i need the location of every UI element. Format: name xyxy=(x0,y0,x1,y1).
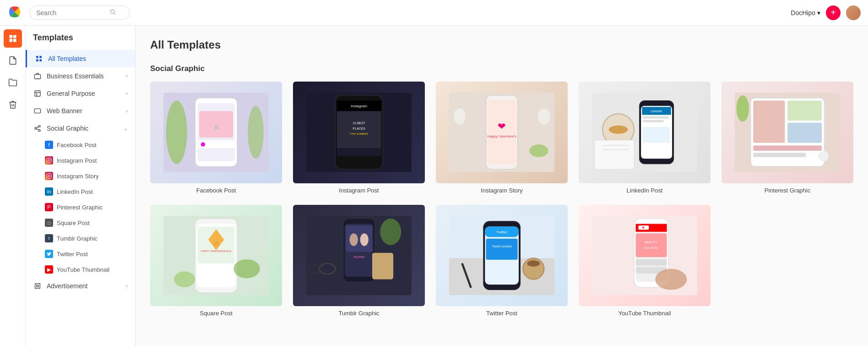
svg-point-23 xyxy=(50,159,50,159)
sidebar-item-square-post-label: Square Post xyxy=(57,220,90,226)
sidebar-item-instagram-story[interactable]: Instagram Story xyxy=(26,168,135,184)
add-button[interactable]: + xyxy=(826,5,841,20)
sidebar: Templates All Templates Business Essenti… xyxy=(26,26,136,346)
section-title-social-graphic: Social Graphic xyxy=(150,64,853,73)
svg-point-1 xyxy=(110,10,114,13)
svg-text:THIS SUMMER: THIS SUMMER xyxy=(350,133,368,136)
sidebar-item-linkedin-post[interactable]: in LinkedIn Post xyxy=(26,184,135,199)
linkedin-icon: in xyxy=(45,187,53,196)
card-image-tumblr-graphic: Fashion xyxy=(293,205,425,307)
sidebar-item-instagram-story-label: Instagram Story xyxy=(57,173,99,180)
svg-rect-45 xyxy=(337,156,381,164)
facebook-icon: f xyxy=(45,141,53,149)
svg-rect-21 xyxy=(47,158,51,163)
svg-rect-30 xyxy=(199,111,233,138)
card-instagram-post[interactable]: Instagram 10 BEST PLACES THIS SUMMER Ins… xyxy=(293,82,425,194)
sidebar-item-general-purpose[interactable]: General Purpose › xyxy=(26,85,135,102)
svg-text:Instagram: Instagram xyxy=(351,104,367,109)
svg-line-19 xyxy=(37,129,39,130)
header-right: DocHipo ▾ + xyxy=(791,5,861,20)
card-image-square-post: 15 HAPPY INDEPENDENCE xyxy=(150,205,282,307)
icon-strip-files[interactable] xyxy=(4,73,22,92)
card-label-square-post: Square Post xyxy=(150,310,282,317)
svg-point-35 xyxy=(248,106,264,159)
card-facebook-post[interactable]: 🐰 Facebook Post xyxy=(150,82,282,194)
logo[interactable] xyxy=(7,5,29,21)
svg-rect-61 xyxy=(642,116,669,119)
sidebar-item-tumblr-graphic[interactable]: t Tumblr Graphic xyxy=(26,231,135,246)
sidebar-item-business-essentials[interactable]: Business Essentials › xyxy=(26,67,135,85)
sidebar-item-tumblr-graphic-label: Tumblr Graphic xyxy=(57,235,98,242)
svg-point-85 xyxy=(174,271,195,287)
main-content: All Templates Social Graphic xyxy=(136,26,868,346)
card-square-post[interactable]: 15 HAPPY INDEPENDENCE Square Post xyxy=(150,205,282,317)
icon-strip xyxy=(0,26,26,346)
svg-point-75 xyxy=(818,151,829,161)
sidebar-item-all-templates[interactable]: All Templates xyxy=(26,50,135,67)
icon-strip-documents[interactable] xyxy=(4,51,22,70)
card-image-instagram-post: Instagram 10 BEST PLACES THIS SUMMER xyxy=(293,82,425,183)
card-pinterest-graphic[interactable]: Pinterest Graphic xyxy=(722,82,853,194)
svg-rect-93 xyxy=(372,253,393,280)
icon-strip-templates[interactable] xyxy=(4,29,22,48)
card-linkedin-post[interactable]: LinkedIn LinkedIn Post xyxy=(579,82,711,194)
sidebar-item-square-post[interactable]: □ Square Post xyxy=(26,215,135,231)
tumblr-icon: t xyxy=(45,234,53,242)
card-image-pinterest-graphic xyxy=(722,82,853,183)
svg-rect-48 xyxy=(488,101,516,164)
card-label-youtube-thumbnail: YouTube Thumbnail xyxy=(579,310,711,317)
sidebar-item-advertisement-label: Advertisement xyxy=(47,282,87,290)
svg-point-17 xyxy=(35,127,37,129)
avatar[interactable] xyxy=(846,5,861,20)
sidebar-item-social-graphic[interactable]: Social Graphic ⌄ xyxy=(26,120,135,137)
svg-rect-4 xyxy=(13,35,16,38)
svg-rect-12 xyxy=(35,91,40,96)
svg-text:PLACES: PLACES xyxy=(353,127,365,130)
sidebar-item-instagram-post[interactable]: Instagram Post xyxy=(26,153,135,168)
svg-point-107 xyxy=(527,260,540,267)
avatar-image xyxy=(846,5,861,20)
user-menu[interactable]: DocHipo ▾ xyxy=(791,9,820,16)
sidebar-item-twitter-post[interactable]: Twitter Post xyxy=(26,246,135,262)
svg-rect-70 xyxy=(787,101,822,121)
sidebar-item-pinterest-graphic[interactable]: P Pinterest Graphic xyxy=(26,199,135,215)
icon-strip-trash[interactable] xyxy=(4,95,22,114)
template-grid: 🐰 Facebook Post xyxy=(150,82,853,317)
svg-rect-114 xyxy=(635,233,667,257)
card-label-instagram-story: Instagram Story xyxy=(436,187,568,194)
card-label-linkedin-post: LinkedIn Post xyxy=(579,187,711,194)
search-bar[interactable] xyxy=(29,5,130,20)
sidebar-item-general-purpose-label: General Purpose xyxy=(47,90,95,97)
svg-rect-71 xyxy=(787,123,822,143)
svg-point-18 xyxy=(38,130,40,132)
sidebar-item-facebook-post[interactable]: f Facebook Post xyxy=(26,137,135,153)
sidebar-item-web-banner[interactable]: Web Banner › xyxy=(26,102,135,120)
sidebar-title: Templates xyxy=(26,33,135,50)
card-label-tumblr-graphic: Tumblr Graphic xyxy=(293,310,425,317)
svg-rect-73 xyxy=(753,153,806,157)
card-twitter-post[interactable]: Twitter Tweet content Twitter Post xyxy=(436,205,568,317)
square-post-icon: □ xyxy=(45,219,53,227)
svg-rect-3 xyxy=(9,35,12,38)
card-youtube-thumbnail[interactable]: BEAUTY FACE MASK YouTube Thumbnail xyxy=(579,205,711,317)
svg-point-33 xyxy=(201,143,205,147)
sidebar-item-advertisement[interactable]: Advertisement › xyxy=(26,277,135,295)
search-input[interactable] xyxy=(36,9,109,16)
sidebar-item-all-templates-label: All Templates xyxy=(48,55,86,62)
instagram-story-icon xyxy=(45,172,53,180)
card-instagram-story[interactable]: ❤ Happy Valentine's Instagram Story xyxy=(436,82,568,194)
sidebar-item-youtube-thumbnail[interactable]: ▶ YouTube Thumbnail xyxy=(26,262,135,277)
svg-rect-9 xyxy=(36,59,38,61)
svg-rect-117 xyxy=(635,259,667,265)
sidebar-item-linkedin-post-label: LinkedIn Post xyxy=(57,188,93,195)
card-tumblr-graphic[interactable]: Fashion Tumblr Graphic xyxy=(293,205,425,317)
svg-point-96 xyxy=(380,219,401,245)
youtube-icon: ▶ xyxy=(45,265,53,274)
chevron-right-icon-2: › xyxy=(126,90,128,97)
svg-point-22 xyxy=(48,159,50,161)
svg-point-51 xyxy=(453,108,466,125)
sidebar-item-business-essentials-label: Business Essentials xyxy=(47,72,104,80)
svg-rect-72 xyxy=(753,146,822,151)
chevron-right-icon: › xyxy=(126,73,128,79)
chevron-right-icon-3: › xyxy=(126,108,128,114)
